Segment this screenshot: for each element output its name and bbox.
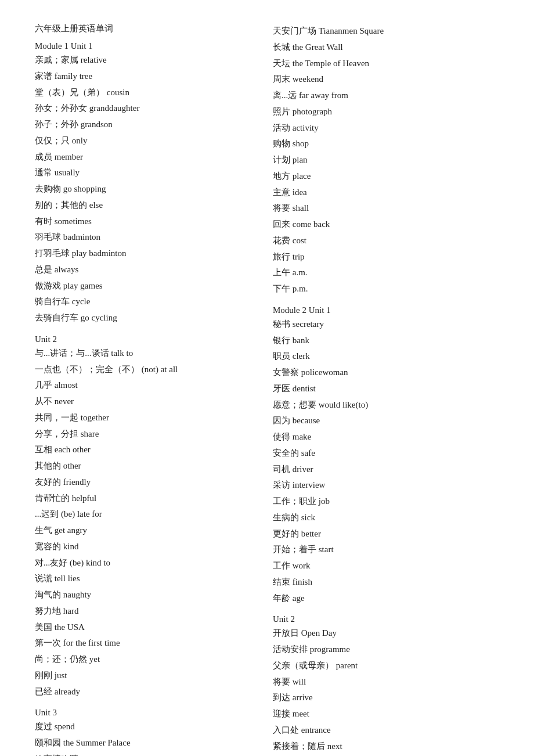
chinese-text: 度过 xyxy=(35,722,52,731)
chinese-text: 开始；着手 xyxy=(273,545,316,554)
vocab-entry: 宽容的 kind xyxy=(35,539,261,555)
english-text: for the first time xyxy=(63,638,120,647)
vocab-entry: 愿意；想要 would like(to) xyxy=(273,397,499,413)
vocab-entry: 采访 interview xyxy=(273,477,499,494)
chinese-text: 迎接 xyxy=(273,709,290,718)
vocab-entry: 通常 usually xyxy=(35,165,261,181)
english-text: family tree xyxy=(55,71,92,81)
chinese-text: 共同，一起 xyxy=(35,413,78,422)
vocab-entry: 秘书 secretary xyxy=(273,316,499,333)
english-text: sometimes xyxy=(55,217,92,226)
vocab-entry: 司机 driver xyxy=(273,462,499,478)
vocab-entry: 一点也（不）；完全（不） (not) at all xyxy=(35,362,261,378)
vocab-entry: 肯帮忙的 helpful xyxy=(35,491,261,507)
english-text: never xyxy=(55,397,74,406)
chinese-text: 通常 xyxy=(35,168,52,177)
vocab-entry: 从不 never xyxy=(35,394,261,410)
vocab-entry: 打羽毛球 play badminton xyxy=(35,246,261,262)
chinese-text: 成员 xyxy=(35,152,52,161)
vocab-entry: 因为 because xyxy=(273,413,499,429)
english-text: parent xyxy=(336,661,358,670)
chinese-text: 别的；其他的 xyxy=(35,200,87,210)
section-title: Unit 2 xyxy=(35,334,261,344)
english-text: almost xyxy=(55,380,78,390)
chinese-text: 紧接着；随后 xyxy=(273,741,325,751)
chinese-text: 美国 xyxy=(35,622,52,632)
english-text: helpful xyxy=(72,494,97,503)
vocab-entry: 迎接 meet xyxy=(273,706,499,722)
chinese-text: 颐和园 xyxy=(35,738,61,747)
vocab-entry: 开放日 Open Day xyxy=(273,625,499,642)
chinese-text: 计划 xyxy=(273,155,290,164)
right-column: 天安门广场 Tiananmen Square长城 the Great Wall天… xyxy=(273,23,499,756)
section-title: Unit 3 xyxy=(35,708,261,718)
vocab-entry: 孙女；外孙女 granddaughter xyxy=(35,100,261,117)
chinese-text: 父亲（或母亲） xyxy=(273,661,334,670)
chinese-text: 友好的 xyxy=(35,477,61,487)
chinese-text: 回来 xyxy=(273,219,290,229)
english-text: will xyxy=(293,677,306,686)
chinese-text: 到达 xyxy=(273,693,290,702)
vocab-entry: 周末 weekend xyxy=(273,71,499,88)
chinese-text: 更好的 xyxy=(273,529,299,538)
chinese-text: 从不 xyxy=(35,397,52,406)
chinese-text: 入口处 xyxy=(273,725,299,735)
english-text: trip xyxy=(293,252,305,261)
vocab-entry: 工作 work xyxy=(273,558,499,574)
chinese-text: 骑自行车 xyxy=(35,297,70,306)
chinese-text: 下午 xyxy=(273,284,290,293)
vocab-entry: 将要 will xyxy=(273,674,499,690)
chinese-text: 淘气的 xyxy=(35,590,61,599)
english-text: cousin xyxy=(107,88,129,97)
vocab-entry: 主意 idea xyxy=(273,185,499,201)
vocab-entry: 安全的 safe xyxy=(273,445,499,462)
english-text: yet xyxy=(89,654,100,664)
english-text: weekend xyxy=(293,74,323,84)
english-text: come back xyxy=(293,219,330,229)
english-text: driver xyxy=(293,465,313,474)
english-text: because xyxy=(293,416,320,425)
vocab-entry: 别的；其他的 else xyxy=(35,197,261,214)
chinese-text: 购物 xyxy=(273,139,290,148)
chinese-text: 互相 xyxy=(35,445,52,454)
chinese-text: 牙医 xyxy=(273,384,290,393)
english-text: activity xyxy=(293,123,319,132)
english-text: granddaughter xyxy=(89,103,140,113)
vocab-entry: 长城 the Great Wall xyxy=(273,39,499,56)
chinese-text: 工作 xyxy=(273,561,290,570)
chinese-text: 刚刚 xyxy=(35,671,52,680)
chinese-text: 与...讲话；与...谈话 xyxy=(35,348,109,358)
english-text: job xyxy=(319,496,330,506)
chinese-text: 天安门广场 xyxy=(273,26,316,35)
vocab-entry: 照片 photograph xyxy=(273,104,499,120)
english-text: other xyxy=(63,461,81,470)
chinese-text: 开放日 xyxy=(273,628,299,638)
chinese-text: 司机 xyxy=(273,465,290,474)
english-text: programme xyxy=(310,645,350,654)
chinese-text: 银行 xyxy=(273,336,290,345)
chinese-text: 家谱 xyxy=(35,71,52,81)
english-text: relative xyxy=(81,55,107,64)
english-text: go cycling xyxy=(81,313,117,322)
english-text: the Temple of Heaven xyxy=(293,59,369,68)
chinese-text: 去购物 xyxy=(35,184,61,193)
chinese-text: 几乎 xyxy=(35,380,52,390)
chinese-text: 照片 xyxy=(273,107,290,116)
english-text: cycle xyxy=(72,297,91,306)
vocab-entry: 度过 spend xyxy=(35,719,261,735)
english-text: badminton xyxy=(63,232,100,242)
vocab-entry: 紧接着；随后 next xyxy=(273,739,499,755)
english-text: the Great Wall xyxy=(293,42,343,52)
vocab-entry: 离...远 far away from xyxy=(273,88,499,104)
chinese-text: 女警察 xyxy=(273,368,299,377)
english-text: safe xyxy=(301,448,315,458)
english-text: cost xyxy=(293,236,306,245)
vocab-entry: 花费 cost xyxy=(273,233,499,249)
vocab-entry: 去购物 go shopping xyxy=(35,181,261,197)
chinese-text: 孙子；外孙 xyxy=(35,120,78,129)
english-text: plan xyxy=(293,155,308,164)
chinese-text: 将要 xyxy=(273,677,290,686)
english-text: each other xyxy=(55,445,91,454)
english-text: hard xyxy=(63,606,79,615)
english-text: shall xyxy=(293,203,309,213)
